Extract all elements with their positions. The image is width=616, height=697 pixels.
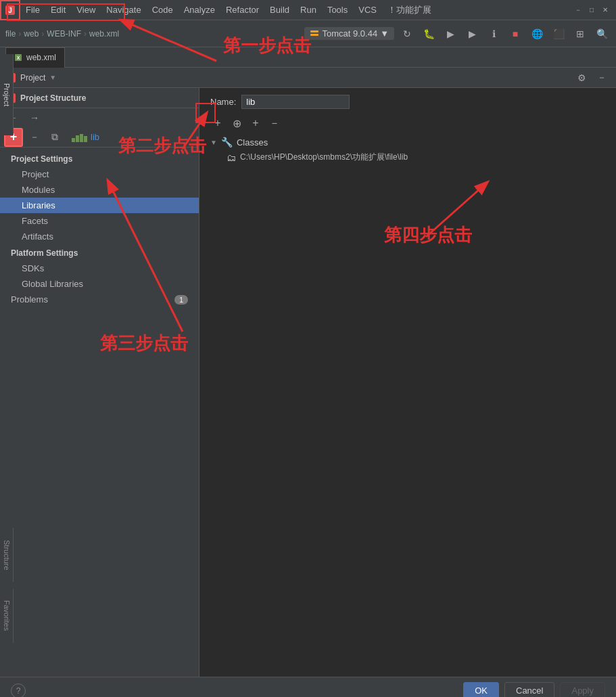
- platform-settings-label: Platform Settings: [0, 244, 199, 261]
- tab-webxml-label: web.xml: [26, 53, 56, 62]
- search-everywhere-button[interactable]: 🔍: [593, 25, 611, 43]
- settings-item-artifacts[interactable]: Artifacts: [0, 229, 199, 244]
- project-tab-label: Project: [3, 83, 11, 106]
- help-button[interactable]: ?: [11, 683, 26, 698]
- svg-rect-12: [80, 134, 83, 142]
- library-name-input[interactable]: [241, 95, 350, 109]
- menu-view[interactable]: View: [71, 0, 101, 20]
- add-class-button[interactable]: +: [210, 116, 225, 131]
- server-icon: [310, 29, 319, 39]
- tab-bar: X web.xml: [0, 47, 616, 68]
- gear-icon[interactable]: ⚙: [573, 69, 590, 87]
- expand-arrow-icon: ▼: [210, 139, 217, 146]
- forward-button[interactable]: →: [26, 109, 43, 127]
- panel-header: S Project Structure: [0, 88, 199, 108]
- menu-code[interactable]: Code: [147, 0, 179, 20]
- settings-item-libraries[interactable]: Libraries: [0, 198, 199, 213]
- menu-analyze[interactable]: Analyze: [179, 0, 220, 20]
- panel-controls: ⚙ －: [573, 69, 611, 87]
- breadcrumb-web[interactable]: web: [24, 29, 39, 39]
- settings-item-global-libraries[interactable]: Global Libraries: [0, 276, 199, 292]
- close-button[interactable]: ✕: [600, 5, 611, 16]
- project-side-tab[interactable]: Project: [0, 54, 14, 135]
- svg-rect-2: [310, 30, 318, 32]
- problems-label: Problems: [11, 294, 48, 305]
- project-structure-panel: S Project Structure ← → + － ⧉ lib: [0, 88, 199, 677]
- lib-label-in-toolbar: lib: [91, 132, 99, 142]
- xml-icon: X: [14, 53, 22, 62]
- server-selector[interactable]: Tomcat 9.0.44 ▼: [304, 27, 394, 40]
- classes-folder-icon: 🔧: [221, 137, 233, 148]
- settings-item-modules[interactable]: Modules: [0, 182, 199, 198]
- cancel-button[interactable]: Cancel: [504, 682, 554, 697]
- menu-edit[interactable]: Edit: [45, 0, 71, 20]
- tab-webxml[interactable]: X web.xml: [5, 47, 65, 68]
- coverage-button[interactable]: ▶: [463, 25, 481, 43]
- svg-rect-10: [72, 138, 75, 142]
- class-path-value: C:\Users\HP\Desktop\smbms2\功能扩展\file\lib: [240, 152, 408, 163]
- minimize-button[interactable]: －: [573, 5, 584, 16]
- menu-navigate[interactable]: Navigate: [101, 0, 146, 20]
- settings-item-problems[interactable]: Problems 1: [0, 292, 199, 307]
- menu-refactor[interactable]: Refactor: [220, 0, 264, 20]
- svg-text:J: J: [8, 7, 12, 14]
- project-dropdown[interactable]: Project: [20, 73, 45, 83]
- apply-button[interactable]: Apply: [560, 682, 605, 697]
- favorites-tab-label: Favorites: [3, 600, 11, 631]
- title-bar: J File Edit View Navigate Code Analyze R…: [0, 0, 616, 20]
- panel-add-toolbar: + － ⧉ lib: [0, 127, 199, 148]
- main-toolbar: file › web › WEB-INF › web.xml Tomcat 9.…: [0, 20, 616, 47]
- browser-button[interactable]: 🌐: [528, 25, 546, 43]
- remove-item-button[interactable]: －: [267, 116, 282, 131]
- action-buttons-row: ? OK Cancel Apply: [0, 677, 616, 697]
- minimize-panel-button[interactable]: －: [593, 69, 611, 87]
- project-dropdown-arrow: ▼: [49, 74, 56, 81]
- lib-bar-chart: lib: [72, 132, 99, 142]
- add-dir-button[interactable]: ⊕: [229, 116, 244, 131]
- breadcrumb: file › web › WEB-INF › web.xml: [5, 29, 119, 39]
- menu-tools[interactable]: Tools: [322, 0, 353, 20]
- copy-library-button[interactable]: ⧉: [46, 129, 64, 146]
- deploy-button[interactable]: ⬛: [550, 25, 567, 43]
- panel-title: Project Structure: [20, 93, 86, 103]
- menu-file[interactable]: File: [20, 0, 45, 20]
- info-button[interactable]: ℹ: [485, 25, 502, 43]
- breadcrumb-file[interactable]: file: [5, 29, 16, 39]
- lib-actions: + ⊕ + －: [199, 116, 616, 131]
- classes-tree-item[interactable]: ▼ 🔧 Classes: [210, 135, 605, 150]
- favorites-side-tab[interactable]: Favorites: [0, 589, 14, 643]
- lib-name-row: Name:: [199, 88, 616, 116]
- maximize-button[interactable]: □: [586, 5, 597, 16]
- svg-rect-3: [310, 34, 318, 36]
- breadcrumb-webxml[interactable]: web.xml: [89, 29, 119, 39]
- settings-item-sdks[interactable]: SDKs: [0, 261, 199, 276]
- right-panel: Name: + ⊕ + － ▼ 🔧 Classes 🗂 C:\Users\HP\…: [199, 88, 616, 677]
- menu-run[interactable]: Run: [295, 0, 322, 20]
- structure-side-tab[interactable]: Structure: [0, 528, 14, 582]
- settings-item-project[interactable]: Project: [0, 166, 199, 182]
- layout-button[interactable]: ⊞: [571, 25, 589, 43]
- panel-nav: ← →: [0, 108, 199, 127]
- settings-tree: Project Settings Project Modules Librari…: [0, 148, 199, 677]
- folder-icon: 🗂: [227, 152, 236, 163]
- svg-text:X: X: [17, 55, 20, 60]
- class-path-item[interactable]: 🗂 C:\Users\HP\Desktop\smbms2\功能扩展\file\l…: [210, 150, 605, 165]
- server-name: Tomcat 9.0.44: [322, 28, 377, 39]
- server-dropdown-icon: ▼: [380, 28, 389, 39]
- classes-label: Classes: [237, 137, 268, 148]
- menu-build[interactable]: Build: [264, 0, 295, 20]
- stop-button[interactable]: ■: [506, 25, 524, 43]
- settings-item-facets[interactable]: Facets: [0, 213, 199, 229]
- menu-extensions[interactable]: ！功能扩展: [382, 0, 437, 20]
- run-button[interactable]: ▶: [442, 25, 459, 43]
- ok-button[interactable]: OK: [463, 682, 499, 697]
- bug-button[interactable]: 🐛: [420, 25, 437, 43]
- project-panel-toolbar: J Project ▼ ⚙ －: [0, 68, 616, 88]
- window-controls: － □ ✕: [573, 5, 616, 16]
- app-logo: J: [0, 0, 20, 20]
- menu-vcs[interactable]: VCS: [353, 0, 382, 20]
- refresh-button[interactable]: ↻: [398, 25, 416, 43]
- remove-library-button[interactable]: －: [26, 129, 43, 146]
- breadcrumb-webinf[interactable]: WEB-INF: [47, 29, 81, 39]
- add-plus-button[interactable]: +: [248, 116, 263, 131]
